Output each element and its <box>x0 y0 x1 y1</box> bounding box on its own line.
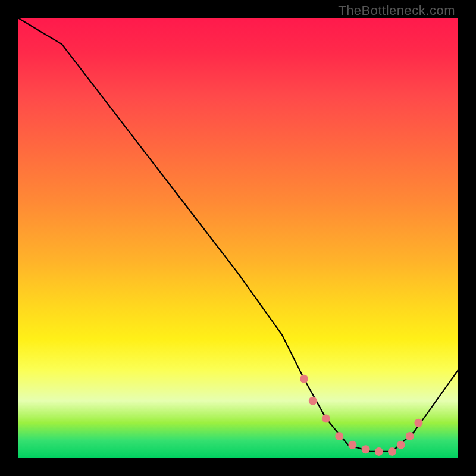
marker-dot <box>362 445 370 453</box>
watermark-label: TheBottleneck.com <box>338 3 455 18</box>
marker-dot <box>397 441 405 449</box>
chart-svg <box>18 18 458 458</box>
marker-dot <box>388 447 396 456</box>
chart-line <box>18 18 458 452</box>
chart-markers <box>300 375 422 456</box>
plot-area <box>18 18 458 458</box>
marker-dot <box>300 375 308 383</box>
marker-dot <box>375 447 383 456</box>
marker-dot <box>309 397 317 405</box>
marker-dot <box>414 419 422 427</box>
marker-dot <box>406 432 414 440</box>
marker-dot <box>348 441 356 449</box>
marker-dot <box>335 432 343 440</box>
chart-frame: TheBottleneck.com <box>0 0 476 476</box>
marker-dot <box>322 414 330 422</box>
